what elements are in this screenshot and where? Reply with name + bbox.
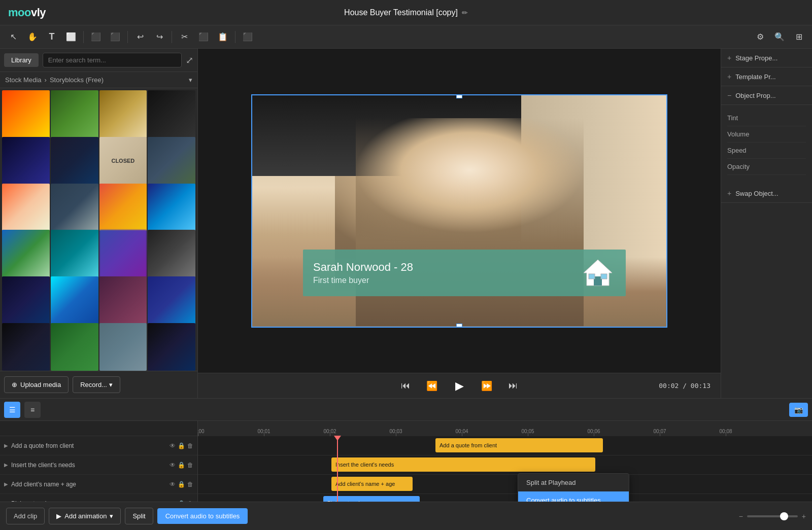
media-item[interactable] <box>148 276 195 324</box>
fast-forward-btn[interactable]: ⏩ <box>478 377 496 395</box>
media-item[interactable] <box>148 90 195 138</box>
tint-property[interactable]: Tint <box>727 110 806 126</box>
timeline-tracks[interactable]: 00:00 00:01 00:02 00:03 00:04 00:05 00:0… <box>198 421 812 502</box>
media-item[interactable] <box>99 90 147 138</box>
stage-props-section[interactable]: + Stage Prope... <box>721 49 812 67</box>
media-item[interactable] <box>2 276 50 324</box>
stage-handle-top[interactable] <box>456 94 462 98</box>
rewind-btn[interactable]: ⏪ <box>423 377 441 395</box>
clip-needs[interactable]: Insert the client's needs <box>331 457 595 472</box>
record-btn[interactable]: Record... ▾ <box>73 376 120 393</box>
playhead[interactable] <box>337 436 338 502</box>
cut-btn[interactable]: ✂ <box>175 28 193 46</box>
media-item[interactable] <box>99 276 147 324</box>
template-props-section[interactable]: + Template Pr... <box>721 67 812 86</box>
ruler-line-1 <box>264 432 264 436</box>
track-arrow-icon[interactable]: ▶ <box>4 443 8 448</box>
lock-icon[interactable]: 🔒 <box>178 462 185 469</box>
volume-thumb[interactable] <box>780 512 788 520</box>
media-item[interactable] <box>99 323 147 371</box>
stage-handle-bottom[interactable] <box>456 324 462 328</box>
media-item[interactable] <box>51 323 98 371</box>
delete-icon[interactable]: 🗑 <box>187 481 193 488</box>
convert-subtitles-item[interactable]: Convert audio to subtitles <box>518 491 629 502</box>
media-item[interactable] <box>51 230 98 277</box>
cursor-tool[interactable]: ↖ <box>4 28 22 46</box>
split-btn[interactable]: Split <box>125 508 153 524</box>
media-item[interactable] <box>2 137 50 185</box>
media-item[interactable] <box>99 230 147 277</box>
timeline-list-btn[interactable]: ☰ <box>4 402 20 418</box>
opacity-property[interactable]: Opacity <box>727 159 806 175</box>
media-item[interactable] <box>148 184 195 231</box>
name-text: Sarah Norwood - 28 <box>313 261 413 274</box>
dropdown-arrow-icon: ▾ <box>109 381 113 388</box>
eye-icon[interactable]: 👁 <box>170 462 176 469</box>
align-h-tool[interactable]: ⬛ <box>106 28 124 46</box>
undo-btn[interactable]: ↩ <box>131 28 149 46</box>
media-item[interactable] <box>2 323 50 371</box>
track-arrow-icon[interactable]: ▶ <box>4 462 8 468</box>
settings-btn[interactable]: ⚙ <box>751 28 769 46</box>
clip-name-age[interactable]: Add client's name + age <box>331 477 413 491</box>
media-item[interactable] <box>2 90 50 138</box>
view-btn[interactable]: ⊞ <box>790 28 808 46</box>
media-item[interactable] <box>99 184 147 231</box>
edit-title-icon[interactable]: ✏ <box>462 9 468 17</box>
library-tab[interactable]: Library <box>4 53 39 67</box>
eye-icon[interactable]: 👁 <box>170 442 176 449</box>
split-at-playhead-item[interactable]: Split at Playhead <box>518 474 629 491</box>
media-item[interactable] <box>51 137 98 185</box>
add-clip-btn[interactable]: Add clip <box>6 508 45 524</box>
house-icon <box>580 258 616 288</box>
upload-media-btn[interactable]: ⊕ Upload media <box>4 376 69 393</box>
lock-icon[interactable]: 🔒 <box>178 481 185 488</box>
volume-plus-btn[interactable]: + <box>802 512 806 520</box>
volume-slider[interactable] <box>747 515 798 517</box>
media-item[interactable] <box>51 276 98 324</box>
track-arrow-icon[interactable]: ▶ <box>4 481 8 487</box>
expand-btn[interactable]: ⤢ <box>186 55 193 66</box>
stage-props-label: Stage Prope... <box>735 54 777 62</box>
timeline-camera-btn[interactable]: 📷 <box>789 403 808 417</box>
skip-start-btn[interactable]: ⏮ <box>396 377 415 395</box>
stage[interactable]: Sarah Norwood - 28 First time buyer <box>251 94 667 328</box>
move-btn[interactable]: ⬛ <box>239 28 257 46</box>
media-item[interactable] <box>51 184 98 231</box>
search-input[interactable] <box>43 53 182 67</box>
media-item[interactable] <box>51 90 98 138</box>
hand-tool[interactable]: ✋ <box>23 28 42 46</box>
text-tool[interactable]: T <box>43 28 61 46</box>
media-item[interactable] <box>2 230 50 277</box>
media-item[interactable] <box>148 137 195 185</box>
swap-object-section[interactable]: + Swap Object... <box>721 184 812 203</box>
skip-end-btn[interactable]: ⏭ <box>504 377 522 395</box>
redo-btn[interactable]: ↪ <box>150 28 168 46</box>
volume-property[interactable]: Volume <box>727 126 806 143</box>
delete-icon[interactable]: 🗑 <box>187 442 193 449</box>
speed-property[interactable]: Speed <box>727 143 806 159</box>
object-props-section[interactable]: − Object Prop... <box>721 86 812 105</box>
volume-minus-btn[interactable]: − <box>739 512 743 520</box>
media-item[interactable] <box>2 184 50 231</box>
media-item[interactable] <box>148 230 195 277</box>
sidebar-header: Library ⤢ <box>0 49 197 72</box>
timeline-content: ▶ Add a quote from client 👁 🔒 🗑 ▶ Insert… <box>0 421 812 502</box>
convert-subtitle-btn[interactable]: Convert audio to subtitles <box>157 508 248 524</box>
play-btn[interactable]: ▶ <box>449 376 469 396</box>
media-item[interactable] <box>148 323 195 371</box>
paste-btn[interactable]: 📋 <box>214 28 232 46</box>
search-btn[interactable]: 🔍 <box>770 28 789 46</box>
media-item[interactable]: CLOSED <box>99 137 147 185</box>
breadcrumb-dropdown[interactable]: ▾ <box>189 76 192 84</box>
shape-tool[interactable]: ⬜ <box>62 28 80 46</box>
lock-icon[interactable]: 🔒 <box>178 442 185 449</box>
copy-btn[interactable]: ⬛ <box>194 28 213 46</box>
add-animation-btn[interactable]: ▶ Add animation ▾ <box>49 508 121 524</box>
eye-icon[interactable]: 👁 <box>170 481 176 488</box>
delete-icon[interactable]: 🗑 <box>187 462 193 469</box>
clip-quote[interactable]: Add a quote from client <box>435 438 603 452</box>
track-row-3: Pink rectangle <box>198 494 812 502</box>
timeline-compact-btn[interactable]: ≡ <box>24 402 41 418</box>
align-v-tool[interactable]: ⬛ <box>87 28 105 46</box>
